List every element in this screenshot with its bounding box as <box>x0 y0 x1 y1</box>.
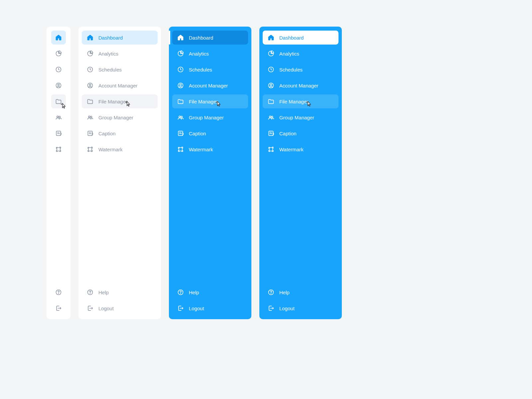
sidebar-item-dashboard[interactable]: Dashboard <box>82 31 158 45</box>
user-icon <box>177 82 184 89</box>
sidebar-expanded-blue-dark: DashboardAnalyticsSchedulesAccount Manag… <box>169 27 251 319</box>
folder-icon <box>55 98 62 105</box>
sidebar-item-label: Group Manager <box>189 115 224 120</box>
sidebar-item-label: Caption <box>279 131 297 136</box>
sidebar-item-label: Account Manager <box>189 83 228 88</box>
sidebar-item-label: Dashboard <box>189 35 213 41</box>
sidebar-item-label: Schedules <box>279 67 303 72</box>
sidebar-item-label: Schedules <box>189 67 212 72</box>
sidebar-item-watermark[interactable]: Watermark <box>263 142 338 156</box>
logout-icon <box>86 305 94 312</box>
sidebar-item-group-manager[interactable]: Group Manager <box>263 110 338 124</box>
watermark-icon <box>267 146 275 153</box>
folder-icon <box>267 98 275 105</box>
caption-icon <box>55 130 62 137</box>
sidebar-item-account-manager[interactable]: Account Manager <box>51 78 66 92</box>
home-icon <box>177 34 184 41</box>
sidebar-item-label: Account Manager <box>98 83 138 88</box>
caption-icon <box>267 130 275 137</box>
sidebar-item-schedules[interactable]: Schedules <box>51 63 66 76</box>
sidebar-item-label: Logout <box>98 306 114 311</box>
sidebar-item-help[interactable]: Help <box>172 285 248 299</box>
sidebar-item-label: Logout <box>189 306 204 311</box>
sidebar-item-help[interactable]: Help <box>51 285 66 299</box>
sidebar-collapsed-light: DashboardAnalyticsSchedulesAccount Manag… <box>47 27 70 319</box>
sidebar-item-logout[interactable]: Logout <box>51 301 66 315</box>
sidebar-item-caption[interactable]: Caption <box>51 126 66 140</box>
footer-group: HelpLogout <box>51 285 66 315</box>
sidebar-item-label: Account Manager <box>279 83 319 88</box>
sidebar-item-analytics[interactable]: Analytics <box>51 47 66 61</box>
watermark-icon <box>55 146 62 153</box>
piechart-icon <box>177 50 184 57</box>
sidebar-item-help[interactable]: Help <box>263 285 338 299</box>
group-icon <box>267 114 275 121</box>
sidebar-item-file-manager[interactable]: File Manager <box>82 94 158 108</box>
piechart-icon <box>86 50 94 57</box>
sidebar-item-label: Dashboard <box>279 35 304 41</box>
sidebar-item-logout[interactable]: Logout <box>82 301 158 315</box>
watermark-icon <box>177 146 184 153</box>
clock-icon <box>267 66 275 73</box>
logout-icon <box>177 305 184 312</box>
sidebar-item-watermark[interactable]: Watermark <box>172 142 248 156</box>
sidebar-expanded-light: DashboardAnalyticsSchedulesAccount Manag… <box>78 27 161 319</box>
help-icon <box>177 289 184 296</box>
sidebar-item-label: Watermark <box>98 147 123 152</box>
sidebar-item-dashboard[interactable]: Dashboard <box>51 31 66 45</box>
sidebar-item-file-manager[interactable]: File Manager <box>51 94 66 108</box>
sidebar-item-label: Schedules <box>98 67 122 72</box>
sidebar-item-logout[interactable]: Logout <box>172 301 248 315</box>
sidebar-item-caption[interactable]: Caption <box>172 126 248 140</box>
sidebar-item-caption[interactable]: Caption <box>263 126 338 140</box>
sidebar-item-schedules[interactable]: Schedules <box>82 63 158 76</box>
folder-icon <box>177 98 184 105</box>
sidebar-item-group-manager[interactable]: Group Manager <box>172 110 248 124</box>
sidebar-item-analytics[interactable]: Analytics <box>172 47 248 61</box>
folder-icon <box>86 98 94 105</box>
logout-icon <box>55 305 62 312</box>
sidebar-item-label: Group Manager <box>98 115 133 120</box>
nav-group: DashboardAnalyticsSchedulesAccount Manag… <box>172 31 248 285</box>
home-icon <box>55 34 62 41</box>
caption-icon <box>86 130 94 137</box>
sidebar-item-label: Group Manager <box>279 115 314 120</box>
group-icon <box>55 114 62 121</box>
sidebar-item-schedules[interactable]: Schedules <box>172 63 248 76</box>
watermark-icon <box>86 146 94 153</box>
piechart-icon <box>55 50 62 57</box>
sidebar-item-group-manager[interactable]: Group Manager <box>51 110 66 124</box>
sidebar-item-label: File Manager <box>279 99 309 104</box>
sidebar-item-label: Analytics <box>189 51 209 57</box>
clock-icon <box>86 66 94 73</box>
sidebar-item-help[interactable]: Help <box>82 285 158 299</box>
sidebar-item-watermark[interactable]: Watermark <box>82 142 158 156</box>
sidebar-item-logout[interactable]: Logout <box>263 301 338 315</box>
sidebar-item-dashboard[interactable]: Dashboard <box>172 31 248 45</box>
sidebar-item-account-manager[interactable]: Account Manager <box>82 78 158 92</box>
sidebar-item-caption[interactable]: Caption <box>82 126 158 140</box>
sidebar-item-dashboard[interactable]: Dashboard <box>263 31 338 45</box>
sidebar-item-label: Watermark <box>189 147 213 152</box>
sidebar-item-label: Help <box>279 290 290 295</box>
footer-group: HelpLogout <box>263 285 338 315</box>
home-icon <box>86 34 94 41</box>
sidebar-item-file-manager[interactable]: File Manager <box>172 94 248 108</box>
sidebar-item-account-manager[interactable]: Account Manager <box>172 78 248 92</box>
user-icon <box>267 82 275 89</box>
sidebar-expanded-blue-pill: DashboardAnalyticsSchedulesAccount Manag… <box>259 27 342 319</box>
help-icon <box>86 289 94 296</box>
sidebar-item-group-manager[interactable]: Group Manager <box>82 110 158 124</box>
caption-icon <box>177 130 184 137</box>
sidebar-item-file-manager[interactable]: File Manager <box>263 94 338 108</box>
sidebar-item-schedules[interactable]: Schedules <box>263 63 338 76</box>
sidebar-item-analytics[interactable]: Analytics <box>82 47 158 61</box>
sidebar-item-label: Caption <box>98 131 116 136</box>
sidebar-item-analytics[interactable]: Analytics <box>263 47 338 61</box>
footer-group: HelpLogout <box>82 285 158 315</box>
user-icon <box>55 82 62 89</box>
sidebar-item-watermark[interactable]: Watermark <box>51 142 66 156</box>
sidebar-item-label: Logout <box>279 306 295 311</box>
sidebar-item-label: Dashboard <box>98 35 123 41</box>
sidebar-item-account-manager[interactable]: Account Manager <box>263 78 338 92</box>
